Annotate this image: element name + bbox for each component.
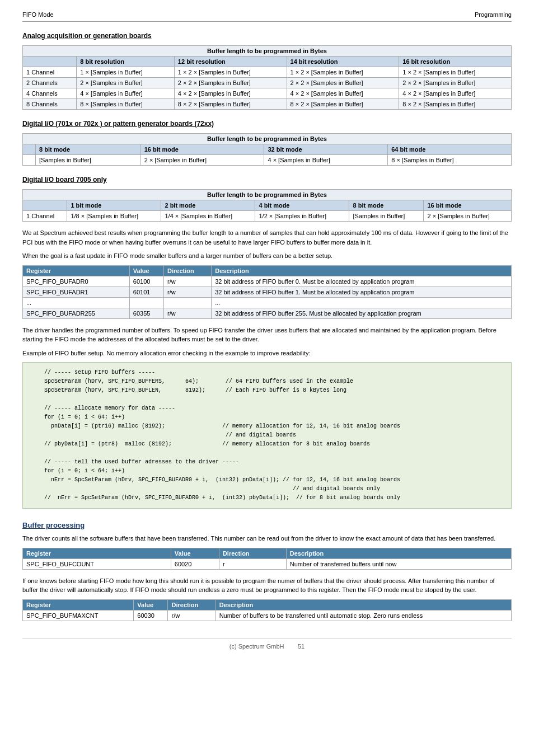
d7005-col-2: 2 bit mode — [161, 200, 255, 211]
d701-col-2: 16 bit mode — [140, 144, 264, 155]
buffer-table-2: Register Value Direction Description SPC… — [22, 599, 512, 621]
buffer-para1: The driver counts all the software buffe… — [22, 534, 512, 543]
reg-col-direction: Direction — [164, 265, 212, 276]
header-left: FIFO Mode — [22, 11, 54, 18]
para2: When the goal is a fast update in FIFO m… — [22, 251, 512, 261]
d7005-col-5: 16 bit mode — [424, 200, 512, 211]
buf2-col-description: Description — [216, 599, 511, 610]
footer-text: (c) Spectrum GmbH — [229, 643, 284, 650]
analog-col-2: 12 bit resolution — [174, 57, 287, 67]
register-table-1: Register Value Direction Description SPC… — [22, 265, 512, 319]
digital7005-buffer-header: Buffer length to be programmed in Bytes — [23, 190, 512, 200]
header-right: Programming — [475, 11, 512, 18]
reg-col-value: Value — [129, 265, 163, 276]
table-row: 2 Channels2 × [Samples in Buffer]2 × 2 ×… — [23, 78, 512, 88]
code-block-1: // ----- setup FIFO buffers ----- SpcSet… — [22, 362, 512, 509]
analog-col-0 — [23, 57, 77, 67]
table-row: [Samples in Buffer]2 × [Samples in Buffe… — [23, 155, 512, 166]
digital701-buffer-header: Buffer length to be programmed in Bytes — [23, 134, 512, 144]
d701-col-3: 32 bit mode — [264, 144, 388, 155]
d7005-col-1: 1 bit mode — [67, 200, 161, 211]
buf2-col-direction: Direction — [168, 599, 216, 610]
table-row: 1 Channel1/8 × [Samples in Buffer]1/4 × … — [23, 211, 512, 222]
analog-buffer-header: Buffer length to be programmed in Bytes — [23, 46, 512, 57]
buf1-col-register: Register — [23, 548, 171, 558]
para3: The driver handles the programmed number… — [22, 326, 512, 344]
page-footer: (c) Spectrum GmbH 51 — [22, 638, 512, 650]
table-row: 1 Channel1 × [Samples in Buffer]1 × 2 × … — [23, 67, 512, 78]
digital7005-header-row: 1 bit mode 2 bit mode 4 bit mode 8 bit m… — [23, 200, 512, 211]
d701-col-4: 64 bit mode — [388, 144, 512, 155]
table-row: SPC_FIFO_BUFMAXCNT60030r/wNumber of buff… — [23, 610, 512, 621]
buf-table2-header: Register Value Direction Description — [23, 599, 512, 610]
digital701-section-title: Digital I/O (701x or 702x ) or pattern g… — [22, 120, 512, 128]
reg-table1-header: Register Value Direction Description — [23, 265, 512, 276]
digital701-table: Buffer length to be programmed in Bytes … — [22, 133, 512, 166]
buffer-para2: If one knows before starting FIFO mode h… — [22, 576, 512, 595]
analog-col-4: 16 bit resolution — [399, 57, 512, 67]
footer-page: 51 — [298, 643, 305, 650]
digital7005-section-title: Digital I/O board 7005 only — [22, 176, 512, 184]
table-row: ...... — [23, 297, 512, 308]
analog-section-title: Analog acquisition or generation boards — [22, 32, 512, 40]
buf1-col-direction: Direction — [219, 548, 286, 558]
buf2-col-register: Register — [23, 599, 134, 610]
para1: We at Spectrum achieved best results whe… — [22, 228, 512, 247]
analog-col-1: 8 bit resolution — [77, 57, 175, 67]
buf1-col-description: Description — [286, 548, 511, 558]
table-row: 8 Channels8 × [Samples in Buffer]8 × 2 ×… — [23, 99, 512, 110]
buf2-col-value: Value — [134, 599, 168, 610]
buffer-processing-title: Buffer processing — [22, 521, 512, 529]
d701-col-1: 8 bit mode — [36, 144, 141, 155]
d7005-col-4: 8 bit mode — [349, 200, 424, 211]
analog-table-header-row: 8 bit resolution 12 bit resolution 14 bi… — [23, 57, 512, 67]
digital701-header-row: 8 bit mode 16 bit mode 32 bit mode 64 bi… — [23, 144, 512, 155]
d7005-col-0 — [23, 200, 67, 211]
page-header: FIFO Mode Programming — [22, 11, 512, 22]
buffer-table-1: Register Value Direction Description SPC… — [22, 548, 512, 570]
buf-table1-header: Register Value Direction Description — [23, 548, 512, 558]
table-row: 4 Channels4 × [Samples in Buffer]4 × 2 ×… — [23, 88, 512, 99]
reg-col-register: Register — [23, 265, 130, 276]
analog-col-3: 14 bit resolution — [287, 57, 399, 67]
buf1-col-value: Value — [171, 548, 219, 558]
table-row: SPC_FIFO_BUFCOUNT60020rNumber of transfe… — [23, 558, 512, 569]
table-row: SPC_FIFO_BUFADR160101r/w32 bit address o… — [23, 287, 512, 297]
table-row: SPC_FIFO_BUFADR25560355r/w32 bit address… — [23, 308, 512, 318]
d7005-col-3: 4 bit mode — [255, 200, 349, 211]
d701-col-0 — [23, 144, 36, 155]
analog-table: Buffer length to be programmed in Bytes … — [22, 45, 512, 110]
reg-col-description: Description — [212, 265, 512, 276]
digital7005-table: Buffer length to be programmed in Bytes … — [22, 189, 512, 222]
para4: Example of FIFO buffer setup. No memory … — [22, 349, 512, 358]
table-row: SPC_FIFO_BUFADR060100r/w32 bit address o… — [23, 276, 512, 287]
